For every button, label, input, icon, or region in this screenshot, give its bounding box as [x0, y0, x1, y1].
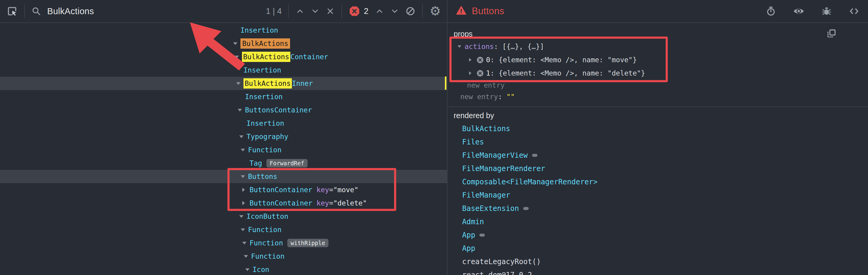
tree-row[interactable]: BulkActions — [0, 37, 447, 50]
rendered-by-item[interactable]: BulkActions — [448, 122, 868, 135]
tree-row[interactable]: Insertion — [0, 64, 447, 77]
tree-row[interactable]: Typography — [0, 130, 447, 143]
rendered-by-item[interactable]: App — [448, 242, 868, 255]
expand-arrow-icon[interactable] — [241, 175, 248, 178]
rendered-by-label: BaseExtension — [462, 204, 519, 213]
prev-error-button[interactable] — [375, 7, 384, 16]
tree-row-label: Function — [248, 146, 282, 154]
tree-row[interactable]: ButtonsContainer — [0, 103, 447, 117]
new-entry-value-input[interactable]: "" — [506, 93, 515, 101]
prop-value[interactable]: {element: <Memo />, name: "delete"} — [499, 69, 645, 77]
rendered-by-item[interactable]: App — [448, 229, 868, 242]
next-error-button[interactable] — [390, 7, 399, 16]
tree-row[interactable]: BulkActionsInner — [0, 77, 447, 90]
tree-row[interactable]: BulkActionsContainer — [0, 50, 447, 64]
expand-arrow-icon[interactable] — [465, 58, 475, 62]
rendered-by-label: FileManagerRenderer — [462, 164, 545, 173]
clear-errors-button[interactable] — [405, 6, 415, 16]
tree-row[interactable]: IconButton — [0, 210, 447, 223]
expand-arrow-icon[interactable] — [242, 242, 249, 244]
rendered-by-item: createLegacyRoot() — [448, 255, 868, 268]
tree-row-label: Typography — [247, 133, 288, 140]
clear-search-button[interactable] — [326, 7, 335, 16]
tree-row-label: BulkActions — [242, 52, 290, 62]
rendered-by-item[interactable]: Files — [448, 135, 868, 149]
tree-row[interactable]: Insertion — [0, 24, 447, 37]
new-entry-row[interactable]: new entry:"" — [448, 91, 868, 103]
copy-props-icon[interactable] — [826, 28, 837, 40]
eye-icon[interactable] — [793, 5, 805, 17]
tree-row-label: Inner — [292, 79, 313, 87]
expand-arrow-icon-glyph — [469, 58, 471, 62]
search-input[interactable]: BulkActions — [47, 6, 94, 16]
prop-key: 0 — [486, 56, 490, 64]
tree-row-label: Insertion — [241, 26, 278, 34]
expand-arrow-icon[interactable] — [245, 268, 252, 271]
expand-arrow-icon[interactable] — [242, 201, 249, 205]
remove-entry-icon[interactable] — [476, 56, 484, 64]
new-entry-ghost[interactable]: new entry — [448, 80, 868, 91]
prop-row[interactable]: actions: [{…}, {…}] — [448, 40, 868, 53]
bug-icon[interactable] — [822, 6, 832, 16]
rendered-by-item[interactable]: FileManagerView — [448, 149, 868, 162]
tree-row[interactable]: Function — [0, 250, 447, 263]
expand-arrow-icon[interactable] — [236, 82, 244, 85]
tree-row[interactable]: Function — [0, 143, 447, 157]
colon: : — [490, 69, 499, 77]
expand-arrow-icon[interactable] — [244, 255, 251, 258]
expand-arrow-icon-glyph — [235, 56, 239, 58]
next-result-button[interactable] — [311, 7, 320, 16]
expand-arrow-icon[interactable] — [465, 71, 475, 75]
new-entry-key[interactable]: new entry — [460, 93, 498, 101]
prop-array-item-row[interactable]: 0: {element: <Memo />, name: "move"} — [448, 53, 868, 67]
rendered-by-item[interactable]: Admin — [448, 215, 868, 229]
expand-arrow-icon[interactable] — [241, 149, 248, 151]
settings-gear-icon[interactable]: ⚙ — [430, 5, 441, 18]
expand-arrow-icon-glyph — [469, 71, 471, 75]
expand-arrow-icon-glyph — [241, 175, 245, 178]
expand-arrow-icon-glyph — [245, 268, 249, 271]
prop-value[interactable]: {element: <Memo />, name: "move"} — [499, 56, 637, 64]
tree-row[interactable]: Buttons — [0, 170, 447, 183]
tree-row[interactable]: TagForwardRef — [0, 157, 447, 170]
remove-entry-icon[interactable] — [476, 69, 484, 77]
stopwatch-icon[interactable] — [766, 6, 776, 16]
components-toolbar: BulkActions 1 | 4 2 — [0, 0, 447, 23]
rendered-by-item[interactable]: Composable<FileManagerRenderer> — [448, 175, 868, 188]
expand-arrow-icon[interactable] — [233, 42, 241, 45]
rendered-by-item[interactable]: FileManager — [448, 188, 868, 202]
expand-arrow-icon[interactable] — [454, 45, 465, 48]
tree-row[interactable]: Insertion — [0, 117, 447, 130]
expand-arrow-icon-glyph — [458, 45, 461, 48]
expand-arrow-icon[interactable] — [239, 135, 247, 138]
toolbar-divider — [24, 4, 25, 18]
prop-array-item-row[interactable]: 1: {element: <Memo />, name: "delete"} — [448, 67, 868, 80]
tree-row[interactable]: ButtonContainer key="delete" — [0, 197, 447, 210]
prop-key: actions — [465, 43, 494, 50]
prop-value[interactable]: [{…}, {…}] — [502, 43, 544, 50]
tree-row[interactable]: Icon — [0, 263, 447, 275]
view-source-icon[interactable] — [849, 6, 860, 16]
expand-arrow-icon[interactable] — [241, 229, 248, 231]
expand-arrow-icon[interactable] — [242, 188, 249, 192]
prop-key: 1 — [486, 69, 490, 77]
expand-arrow-icon[interactable] — [239, 215, 247, 218]
panel-divider[interactable] — [447, 0, 447, 275]
tree-row-label — [312, 186, 317, 194]
expand-arrow-icon[interactable] — [238, 109, 245, 111]
inspect-element-icon[interactable] — [7, 6, 18, 16]
prev-result-button[interactable] — [296, 7, 305, 16]
tree-row[interactable]: ButtonContainer key="move" — [0, 183, 447, 197]
expand-arrow-icon-glyph — [244, 255, 248, 258]
tree-row[interactable]: FunctionwithRipple — [0, 236, 447, 250]
rendered-by-label: Admin — [462, 217, 484, 226]
tree-row[interactable]: Insertion — [0, 90, 447, 103]
tree-row[interactable]: Function — [0, 223, 447, 236]
tree-row-label: BulkActions — [244, 78, 292, 89]
expand-arrow-icon-glyph — [242, 188, 245, 192]
rendered-by-item[interactable]: BaseExtension — [448, 202, 868, 215]
expand-arrow-icon[interactable] — [235, 56, 242, 58]
rendered-by-item[interactable]: FileManagerRenderer — [448, 162, 868, 175]
tree-row-label: ButtonsContainer — [245, 106, 312, 114]
rendered-by-label: App — [462, 231, 475, 239]
